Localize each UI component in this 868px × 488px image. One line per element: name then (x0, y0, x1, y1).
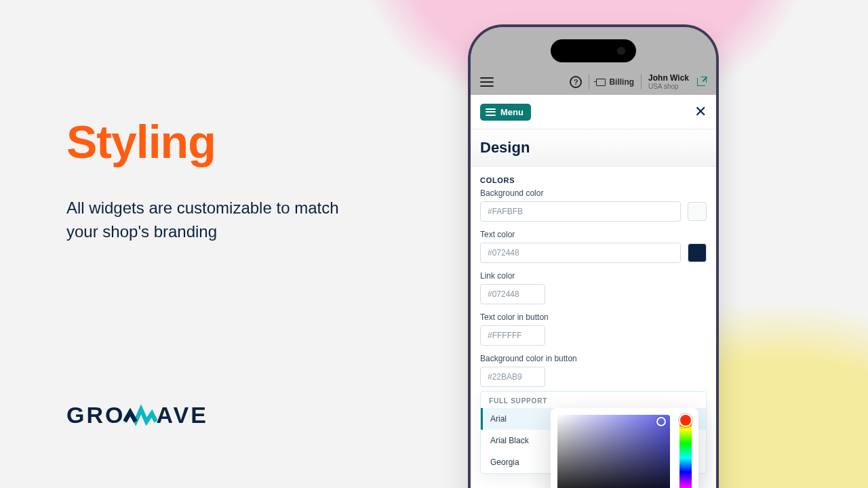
menu-button-label: Menu (500, 107, 524, 117)
phone-mockup: ? Billing John Wick USA shop Menu ✕ (468, 24, 719, 488)
phone-notch (551, 39, 636, 62)
button-bg-color-label: Background color in button (480, 354, 707, 363)
color-picker-popover: #5D5FEF (551, 408, 698, 488)
link-color-input[interactable]: #072448 (480, 284, 545, 304)
hamburger-icon[interactable] (480, 77, 494, 87)
button-text-color-input[interactable]: #FFFFFF (480, 325, 545, 346)
text-color-input[interactable]: #072448 (480, 243, 681, 263)
color-gradient-area[interactable] (557, 415, 670, 488)
section-heading: Design (471, 129, 716, 167)
button-text-color-label: Text color in button (480, 312, 707, 322)
menu-icon (486, 108, 496, 116)
text-color-swatch[interactable] (688, 243, 707, 262)
font-group-heading: FULL SUPPORT (481, 392, 706, 408)
brand-logo: GRO AVE (66, 401, 208, 428)
color-picker-handle[interactable] (656, 417, 666, 426)
user-shop: USA shop (648, 83, 689, 90)
bg-color-label: Background color (480, 188, 707, 198)
help-icon[interactable]: ? (570, 76, 582, 88)
external-link-icon[interactable] (696, 77, 707, 87)
text-color-label: Text color (480, 230, 707, 239)
billing-link[interactable]: Billing (596, 77, 634, 87)
account-switcher[interactable]: John Wick USA shop (648, 74, 689, 90)
divider (589, 75, 589, 89)
close-icon[interactable]: ✕ (694, 103, 707, 121)
bg-color-input[interactable]: #FAFBFB (480, 201, 681, 222)
divider (641, 75, 642, 89)
page-title: Styling (66, 115, 351, 168)
colors-group-label: COLORS (480, 176, 707, 184)
hue-slider[interactable] (679, 415, 692, 488)
user-name: John Wick (648, 74, 689, 83)
billing-label: Billing (609, 77, 634, 87)
bg-color-swatch[interactable] (688, 202, 707, 221)
billing-icon (596, 79, 606, 86)
hue-slider-handle[interactable] (679, 413, 692, 427)
button-bg-color-input[interactable]: #22BAB9 (480, 367, 545, 387)
link-color-label: Link color (480, 271, 707, 281)
menu-button[interactable]: Menu (480, 104, 531, 121)
page-subtitle: All widgets are customizable to match yo… (66, 197, 351, 244)
